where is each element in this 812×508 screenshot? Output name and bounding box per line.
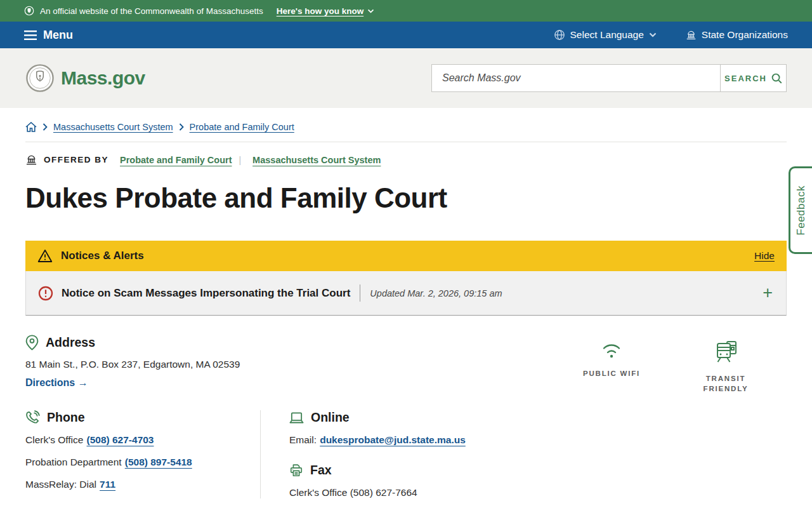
globe-icon	[554, 29, 565, 41]
directions-link[interactable]: Directions →	[25, 377, 88, 389]
address-text: 81 Main St., P.O. Box 237, Edgartown, MA…	[25, 359, 240, 370]
search-input[interactable]	[432, 65, 720, 91]
laptop-icon	[289, 411, 304, 424]
feedback-label: Feedback	[795, 185, 808, 236]
fax-icon	[289, 463, 303, 478]
transit-icon	[712, 340, 739, 364]
main-nav: Menu Select Language State Organizations	[0, 22, 812, 48]
notice-title: Notice on Scam Messages Impersonating th…	[62, 287, 350, 300]
chevron-right-icon	[43, 123, 48, 131]
phone-link-711[interactable]: 711	[100, 479, 115, 490]
public-wifi-feature: PUBLIC WIFI	[581, 340, 642, 394]
phone-heading: Phone	[47, 410, 85, 425]
transit-friendly-label: TRANSIT FRIENDLY	[695, 374, 756, 394]
site-header: Mass.gov SEARCH	[0, 48, 812, 108]
warning-triangle-icon	[37, 249, 53, 263]
phone-line-clerk: Clerk's Office(508) 627-4703	[25, 434, 260, 446]
phone-line-massrelay: MassRelay: Dial711	[25, 479, 260, 490]
address-heading: Address	[46, 335, 95, 350]
breadcrumb-divider	[25, 142, 787, 142]
massgov-seal-icon	[25, 64, 55, 93]
breadcrumb-home-link[interactable]	[25, 122, 37, 132]
expand-notice-button[interactable]: +	[761, 284, 774, 302]
public-wifi-label: PUBLIC WIFI	[583, 369, 640, 379]
contact-columns: Phone Clerk's Office(508) 627-4703 Proba…	[25, 410, 787, 498]
official-banner-text: An official website of the Commonwealth …	[40, 6, 263, 16]
fax-heading: Fax	[310, 463, 332, 478]
menu-label: Menu	[43, 29, 73, 42]
address-section: Address 81 Main St., P.O. Box 237, Edgar…	[25, 335, 240, 394]
online-heading: Online	[311, 410, 350, 425]
home-icon	[25, 122, 37, 132]
fax-line: Clerk's Office (508) 627-7664	[289, 487, 787, 498]
select-language-label: Select Language	[570, 29, 644, 41]
notices-alerts-section: Notices & Alerts Hide Notice on Scam Mes…	[25, 241, 787, 316]
select-language-button[interactable]: Select Language	[554, 29, 657, 41]
hamburger-icon	[24, 30, 37, 40]
address-row: Address 81 Main St., P.O. Box 237, Edgar…	[25, 335, 787, 394]
alerts-header-label: Notices & Alerts	[61, 250, 144, 262]
chevron-down-icon	[367, 9, 374, 13]
heres-how-you-know-link[interactable]: Here's how you know	[277, 6, 375, 16]
pipe-separator: |	[239, 155, 241, 165]
feedback-button[interactable]: Feedback	[789, 166, 812, 254]
official-banner: An official website of the Commonwealth …	[0, 0, 812, 22]
page-title: Dukes Probate and Family Court	[25, 182, 787, 214]
offered-by-label: OFFERED BY	[44, 155, 108, 164]
breadcrumb-link-court-system[interactable]: Massachusetts Court System	[53, 122, 173, 132]
alerts-header: Notices & Alerts Hide	[25, 241, 787, 271]
notice-updated: Updated Mar. 2, 2026, 09:15 am	[370, 288, 502, 298]
state-seal-icon	[24, 6, 34, 16]
wifi-icon	[598, 340, 625, 359]
notice-row[interactable]: Notice on Scam Messages Impersonating th…	[25, 271, 787, 316]
breadcrumb: Massachusetts Court System Probate and F…	[25, 122, 787, 132]
phone-section: Phone Clerk's Office(508) 627-4703 Proba…	[25, 410, 260, 498]
search-icon	[771, 73, 782, 84]
offered-link-court-system[interactable]: Massachusetts Court System	[252, 155, 381, 165]
search-button[interactable]: SEARCH	[720, 65, 786, 91]
location-pin-icon	[25, 335, 39, 351]
massgov-logo-text: Mass.gov	[61, 67, 145, 89]
chevron-down-icon	[649, 32, 657, 37]
email-link[interactable]: dukesprobate@jud.state.ma.us	[320, 434, 466, 445]
alert-circle-icon	[38, 286, 53, 301]
phone-link-probation[interactable]: (508) 897-5418	[125, 457, 192, 467]
breadcrumb-link-probate-family[interactable]: Probate and Family Court	[190, 122, 294, 132]
online-fax-column: Online Email:dukesprobate@jud.state.ma.u…	[260, 410, 787, 498]
state-organizations-label: State Organizations	[702, 29, 788, 41]
phone-icon	[25, 410, 40, 425]
hide-alerts-link[interactable]: Hide	[754, 250, 775, 262]
offered-by: OFFERED BY Probate and Family Court | Ma…	[25, 154, 787, 165]
massgov-logo[interactable]: Mass.gov	[25, 64, 145, 93]
fax-section: Fax Clerk's Office (508) 627-7664	[289, 463, 787, 498]
statehouse-icon	[686, 30, 697, 40]
email-line: Email:dukesprobate@jud.state.ma.us	[289, 434, 787, 446]
online-section: Online Email:dukesprobate@jud.state.ma.u…	[289, 410, 787, 446]
state-organizations-link[interactable]: State Organizations	[686, 29, 788, 41]
phone-link-clerk[interactable]: (508) 627-4703	[87, 434, 154, 445]
vertical-divider	[360, 284, 360, 302]
transit-friendly-feature: TRANSIT FRIENDLY	[695, 340, 756, 394]
chevron-right-icon	[179, 123, 184, 131]
search-bar: SEARCH	[431, 64, 787, 92]
phone-line-probation: Probation Department(508) 897-5418	[25, 457, 260, 468]
offered-link-probate-family[interactable]: Probate and Family Court	[120, 155, 232, 165]
statehouse-icon	[25, 154, 37, 165]
features: PUBLIC WIFI TRANSIT FRIENDLY	[581, 335, 787, 394]
menu-button[interactable]: Menu	[24, 29, 73, 42]
